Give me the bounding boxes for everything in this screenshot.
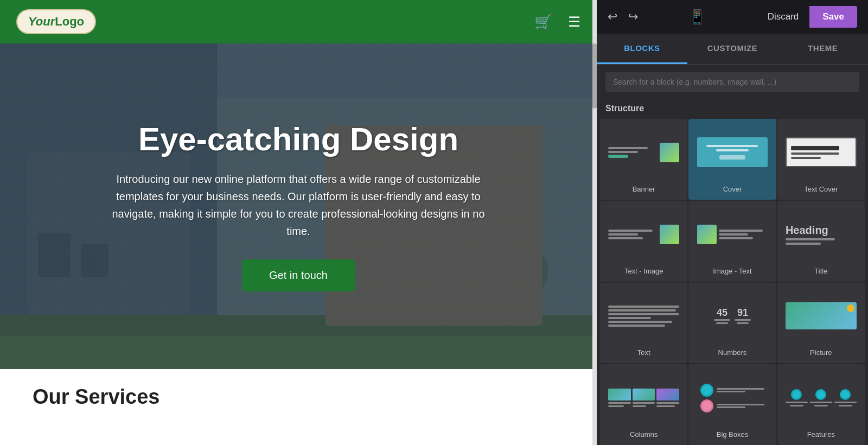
redo-icon[interactable]: ↪: [628, 10, 638, 24]
preview-scrollbar[interactable]: [592, 0, 597, 445]
structure-label: Structure: [597, 99, 868, 119]
editor-topbar: ↩ ↪ 📱 Discard Save: [597, 0, 868, 34]
nav-icons: 🛒 ☰: [534, 14, 580, 30]
tab-theme[interactable]: THEME: [777, 34, 868, 64]
topbar-right: Discard Save: [757, 6, 857, 28]
block-banner-label: Banner: [633, 185, 655, 193]
block-features[interactable]: Features: [777, 364, 865, 445]
discard-button[interactable]: Discard: [757, 6, 810, 28]
save-button[interactable]: Save: [809, 6, 857, 28]
preview-scrollbar-thumb: [592, 43, 597, 109]
cart-icon[interactable]: 🛒: [534, 14, 552, 30]
logo-your: Your: [28, 15, 55, 28]
block-banner[interactable]: Banner: [600, 119, 687, 200]
block-image-text-label: Image - Text: [713, 267, 751, 275]
block-big-boxes-label: Big Boxes: [717, 430, 749, 438]
block-features-label: Features: [807, 430, 835, 438]
below-hero: Our Services: [0, 369, 597, 425]
block-text-image-label: Text - Image: [624, 267, 663, 275]
undo-icon[interactable]: ↩: [608, 10, 617, 24]
block-image-text-thumb: [693, 206, 771, 263]
block-title[interactable]: Heading Title: [777, 201, 865, 282]
blocks-grid: Banner Cover Text Cover: [597, 119, 868, 445]
hero-title: Eye-catching Design: [138, 122, 458, 157]
block-big-boxes-thumb: [693, 370, 771, 426]
block-numbers-label: Numbers: [718, 348, 747, 357]
block-banner-thumb: [604, 124, 683, 181]
editor-tabs: BLOCKS CUSTOMIZE THEME: [597, 34, 868, 65]
block-title-thumb: Heading: [782, 206, 860, 263]
hero-subtitle: Introducing our new online platform that…: [103, 170, 494, 240]
block-text-cover[interactable]: Text Cover: [777, 119, 865, 200]
block-text-thumb: [604, 288, 683, 345]
website-preview: YourLogo 🛒 ☰ Eye-catching Design Introdu…: [0, 0, 597, 445]
search-input[interactable]: [605, 72, 859, 92]
block-text-image-thumb: [604, 206, 683, 263]
logo[interactable]: YourLogo: [16, 9, 96, 34]
tab-customize[interactable]: CUSTOMIZE: [687, 34, 778, 64]
editor-topbar-left: ↩ ↪: [608, 10, 638, 24]
block-numbers[interactable]: 45 91 Numbers: [688, 283, 776, 364]
block-picture-label: Picture: [810, 348, 832, 357]
block-text-label: Text: [637, 348, 650, 357]
block-columns-label: Columns: [630, 430, 658, 438]
tab-blocks[interactable]: BLOCKS: [597, 34, 687, 64]
block-features-thumb: [782, 370, 860, 426]
search-bar: [597, 65, 868, 99]
block-text-cover-thumb: [782, 124, 860, 181]
logo-logo: Logo: [55, 15, 84, 28]
menu-icon[interactable]: ☰: [568, 14, 580, 30]
block-text-image[interactable]: Text - Image: [600, 201, 687, 282]
block-big-boxes[interactable]: Big Boxes: [688, 364, 776, 445]
block-columns[interactable]: Columns: [600, 364, 687, 445]
logo-text: YourLogo: [28, 15, 84, 28]
block-image-text[interactable]: Image - Text: [688, 201, 776, 282]
block-picture[interactable]: Picture: [777, 283, 865, 364]
block-title-label: Title: [814, 267, 827, 275]
block-cover-label: Cover: [723, 185, 742, 193]
editor-panel: ↩ ↪ 📱 Discard Save BLOCKS CUSTOMIZE THEM…: [597, 0, 868, 445]
block-picture-thumb: [782, 288, 860, 345]
services-title: Our Services: [33, 385, 564, 409]
cta-button[interactable]: Get in touch: [242, 259, 355, 291]
block-text-cover-label: Text Cover: [804, 185, 838, 193]
block-columns-thumb: [604, 370, 683, 426]
block-cover[interactable]: Cover: [688, 119, 776, 200]
mobile-device-icon[interactable]: 📱: [688, 9, 706, 26]
block-cover-thumb: [693, 124, 771, 181]
block-numbers-thumb: 45 91: [693, 288, 771, 345]
navbar: YourLogo 🛒 ☰: [0, 0, 597, 43]
block-text[interactable]: Text: [600, 283, 687, 364]
hero-section: Eye-catching Design Introducing our new …: [0, 43, 597, 369]
